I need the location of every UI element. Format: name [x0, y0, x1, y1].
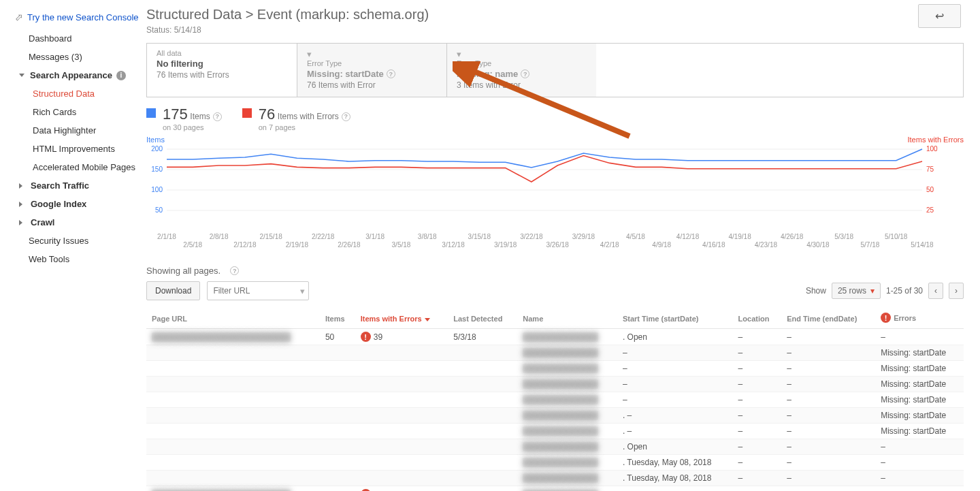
swatch-icon [146, 108, 156, 118]
table-row[interactable]: █████████████–––Missing: startDate [146, 361, 964, 377]
table-row[interactable]: ████████████████████████20!124/30/18████… [146, 486, 964, 492]
svg-text:2/19/18: 2/19/18 [286, 241, 309, 249]
svg-text:2/1/18: 2/1/18 [157, 233, 176, 240]
svg-text:4/19/18: 4/19/18 [728, 233, 751, 240]
svg-text:3/26/18: 3/26/18 [546, 241, 569, 249]
sidebar-item[interactable]: Messages (3) [0, 48, 140, 66]
table-row[interactable]: █████████████. Open––– [146, 439, 964, 455]
chart-right-label: Items with Errors [907, 136, 964, 144]
sidebar-section[interactable]: Search Appearancei [0, 66, 140, 84]
chart: Items Items with Errors 5010015020025507… [146, 136, 964, 256]
range-label: 1-25 of 30 [886, 286, 923, 296]
sidebar-item[interactable]: Structured Data [0, 84, 140, 103]
caret-icon [19, 74, 24, 77]
table-header[interactable]: Location [733, 307, 782, 329]
svg-text:4/5/18: 4/5/18 [626, 233, 645, 240]
external-link-icon: ⬀ [15, 12, 23, 22]
table-header[interactable]: Start Time (startDate) [617, 307, 733, 329]
table-row[interactable]: █████████████. Tuesday, May 08, 2018––– [146, 471, 964, 486]
table-header[interactable]: !Errors [875, 307, 964, 329]
filter-url-input[interactable] [207, 281, 309, 300]
table-header[interactable]: Items with Errors [355, 307, 448, 329]
sidebar-section[interactable]: Search Traffic [0, 176, 140, 195]
svg-text:2/5/18: 2/5/18 [183, 241, 202, 249]
sidebar-item[interactable]: Data Highlighter [0, 121, 140, 140]
caret-icon [19, 220, 25, 225]
sidebar-item[interactable]: Web Tools [0, 250, 140, 268]
table-row[interactable]: █████████████–––Missing: startDate [146, 377, 964, 392]
svg-text:3/29/18: 3/29/18 [572, 233, 595, 240]
svg-text:50: 50 [155, 206, 163, 214]
svg-text:75: 75 [926, 165, 934, 173]
table-row[interactable]: █████████████. Tuesday, May 08, 2018––– [146, 455, 964, 471]
sidebar-item[interactable]: HTML Improvements [0, 140, 140, 158]
next-page-button[interactable]: › [949, 283, 964, 299]
try-new-console-link[interactable]: ⬀ Try the new Search Console [0, 10, 140, 29]
table-header[interactable]: End Time (endDate) [781, 307, 875, 329]
download-button[interactable]: Download [146, 281, 200, 300]
svg-text:2/15/18: 2/15/18 [259, 233, 282, 240]
svg-text:5/7/18: 5/7/18 [861, 241, 880, 249]
table-row[interactable]: ████████████████████████50!395/3/18█████… [146, 329, 964, 345]
svg-text:4/16/18: 4/16/18 [702, 241, 725, 249]
svg-text:150: 150 [151, 165, 163, 173]
prev-page-button[interactable]: ‹ [928, 283, 943, 299]
tab[interactable]: ▾Error TypeMissing: name ?3 Items with E… [446, 44, 596, 97]
tab[interactable]: All dataNo filtering76 Items with Errors [147, 44, 297, 97]
data-table: Page URLItemsItems with ErrorsLast Detec… [146, 307, 964, 491]
table-header[interactable]: Last Detected [448, 307, 517, 329]
svg-text:3/12/18: 3/12/18 [442, 241, 465, 249]
table-header[interactable]: Page URL [146, 307, 320, 329]
svg-text:4/23/18: 4/23/18 [755, 241, 778, 249]
help-icon: ? [387, 69, 395, 78]
sidebar-item[interactable]: Security Issues [0, 232, 140, 250]
pager: Show 25 rows▾ 1-25 of 30 ‹ › [806, 283, 964, 299]
svg-text:4/26/18: 4/26/18 [781, 233, 804, 240]
table-row[interactable]: █████████████–––Missing: startDate [146, 392, 964, 408]
svg-text:50: 50 [926, 186, 934, 193]
sidebar: ⬀ Try the new Search Console DashboardMe… [0, 0, 140, 491]
svg-text:25: 25 [926, 206, 934, 214]
sidebar-item[interactable]: Dashboard [0, 29, 140, 48]
table-row[interactable]: █████████████–––Missing: startDate [146, 345, 964, 361]
svg-text:5/14/18: 5/14/18 [911, 241, 934, 249]
sidebar-section[interactable]: Crawl [0, 213, 140, 232]
help-icon: ? [342, 112, 350, 121]
back-button[interactable]: ↩ [918, 4, 961, 28]
table-header[interactable]: Items [320, 307, 355, 329]
rows-select[interactable]: 25 rows▾ [832, 283, 881, 299]
chart-left-label: Items [146, 136, 165, 144]
svg-text:4/9/18: 4/9/18 [652, 241, 671, 249]
sort-caret-icon [425, 318, 430, 321]
filter-icon: ▾ [307, 49, 312, 59]
svg-text:3/1/18: 3/1/18 [365, 233, 385, 240]
show-label: Show [806, 286, 826, 296]
metric: 76 Items with Errors ?on 7 pages [242, 106, 350, 131]
filter-icon: ▾ [300, 286, 305, 296]
svg-text:3/19/18: 3/19/18 [494, 241, 517, 249]
tab[interactable]: ▾Error TypeMissing: startDate ?76 Items … [297, 44, 446, 97]
metric: 175 Items ?on 30 pages [146, 106, 222, 131]
chart-svg: 501001502002550751002/1/182/5/182/8/182/… [146, 145, 943, 254]
svg-text:2/26/18: 2/26/18 [338, 241, 361, 249]
error-icon: ! [361, 332, 371, 342]
table-header[interactable]: Name [517, 307, 617, 329]
help-icon[interactable]: ? [230, 266, 239, 275]
metrics: 175 Items ?on 30 pages76 Items with Erro… [146, 106, 964, 131]
caret-icon [19, 183, 25, 189]
svg-text:3/15/18: 3/15/18 [468, 233, 491, 240]
svg-text:3/8/18: 3/8/18 [418, 233, 437, 240]
sidebar-item[interactable]: Rich Cards [0, 103, 140, 121]
table-row[interactable]: █████████████. –––Missing: startDate [146, 408, 964, 424]
filter-url-wrapper: ▾ [207, 281, 309, 300]
svg-text:4/2/18: 4/2/18 [600, 241, 619, 249]
sidebar-section[interactable]: Google Index [0, 195, 140, 213]
svg-text:2/12/18: 2/12/18 [233, 241, 257, 249]
page-title: Structured Data > Event (markup: schema.… [146, 7, 964, 22]
svg-text:2/22/18: 2/22/18 [312, 233, 335, 240]
main-content: ↩ Structured Data > Event (markup: schem… [140, 0, 980, 491]
svg-text:3/22/18: 3/22/18 [520, 233, 543, 240]
table-row[interactable]: █████████████. –––Missing: startDate [146, 424, 964, 439]
help-icon: ? [213, 112, 222, 121]
sidebar-item[interactable]: Accelerated Mobile Pages [0, 158, 140, 176]
